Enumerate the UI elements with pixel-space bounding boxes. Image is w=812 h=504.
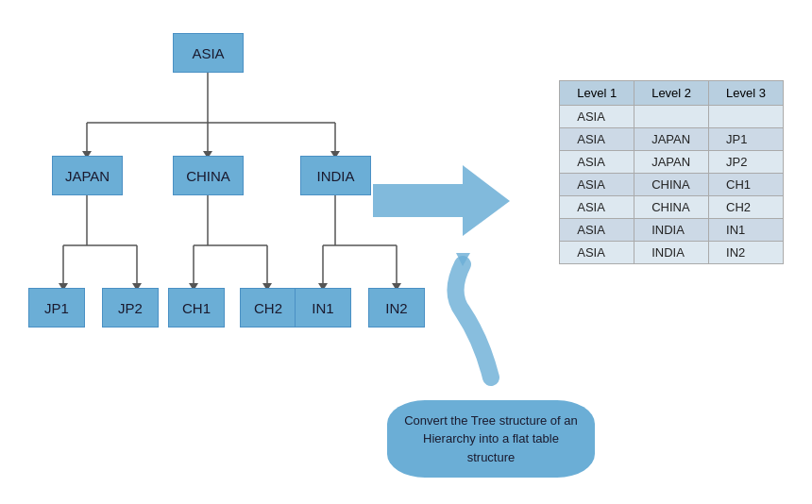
table-row: ASIACHINACH1 [560, 174, 784, 196]
table-cell: INDIA [634, 219, 709, 242]
table-cell: ASIA [560, 196, 634, 219]
col-header-level3: Level 3 [709, 81, 784, 106]
table-cell: IN1 [709, 219, 784, 242]
table-cell: JP2 [709, 151, 784, 174]
node-jp2: JP2 [102, 288, 159, 328]
flat-table: Level 1 Level 2 Level 3 ASIAASIAJAPANJP1… [559, 80, 784, 264]
table-row: ASIAINDIAIN1 [560, 219, 784, 242]
svg-marker-27 [456, 253, 470, 266]
table-cell [634, 106, 709, 128]
caption-bubble: Convert the Tree structure of an Hierarc… [387, 400, 595, 479]
table-row: ASIACHINACH2 [560, 196, 784, 219]
node-in2: IN2 [368, 288, 425, 328]
table-cell: CHINA [634, 174, 709, 196]
caption-text: Convert the Tree structure of an Hierarc… [404, 413, 578, 464]
table-row: ASIAJAPANJP2 [560, 151, 784, 174]
node-in1: IN1 [295, 288, 351, 328]
table-cell: CH1 [709, 174, 784, 196]
table-cell: JAPAN [634, 128, 709, 151]
svg-marker-26 [373, 165, 510, 236]
table-cell: ASIA [560, 128, 634, 151]
node-india: INDIA [300, 156, 371, 195]
node-japan: JAPAN [52, 156, 123, 195]
table-cell: ASIA [560, 219, 634, 242]
table-cell: CH2 [709, 196, 784, 219]
col-header-level1: Level 1 [560, 81, 634, 106]
table-cell: ASIA [560, 242, 634, 264]
table-cell: ASIA [560, 174, 634, 196]
node-china: CHINA [173, 156, 244, 195]
node-jp1: JP1 [28, 288, 85, 328]
table-cell: INDIA [634, 242, 709, 264]
table-cell [709, 106, 784, 128]
table-cell: ASIA [560, 151, 634, 174]
table-row: ASIA [560, 106, 784, 128]
table-cell: JP1 [709, 128, 784, 151]
table-row: ASIAINDIAIN2 [560, 242, 784, 264]
table-cell: JAPAN [634, 151, 709, 174]
diagram-area: ASIA JAPAN CHINA INDIA JP1 JP2 CH1 CH2 I… [0, 0, 812, 504]
col-header-level2: Level 2 [634, 81, 709, 106]
table-cell: IN2 [709, 242, 784, 264]
node-ch1: CH1 [168, 288, 225, 328]
table-row: ASIAJAPANJP1 [560, 128, 784, 151]
table-cell: CHINA [634, 196, 709, 219]
table-cell: ASIA [560, 106, 634, 128]
node-ch2: CH2 [240, 288, 296, 328]
node-asia: ASIA [173, 33, 244, 73]
